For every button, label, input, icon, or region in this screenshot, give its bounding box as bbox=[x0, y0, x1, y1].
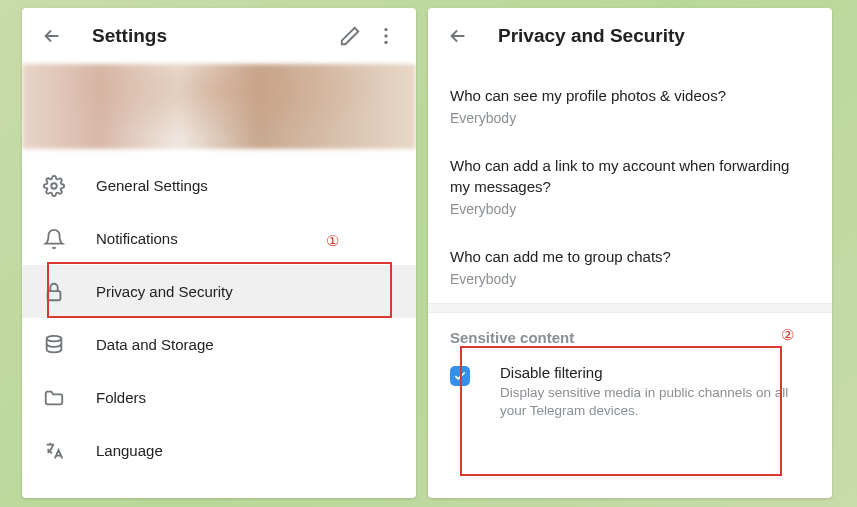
privacy-value: Everybody bbox=[450, 110, 810, 126]
check-description: Display sensitive media in public channe… bbox=[500, 384, 810, 420]
back-button[interactable] bbox=[34, 18, 70, 54]
svg-point-3 bbox=[51, 183, 57, 189]
menu-label: Folders bbox=[96, 389, 146, 406]
language-icon bbox=[42, 439, 66, 463]
section-divider bbox=[428, 303, 832, 313]
privacy-question: Who can add a link to my account when fo… bbox=[450, 156, 810, 197]
svg-point-0 bbox=[384, 28, 387, 31]
svg-rect-4 bbox=[48, 291, 61, 300]
menu-label: General Settings bbox=[96, 177, 208, 194]
database-icon bbox=[42, 333, 66, 357]
back-button[interactable] bbox=[440, 18, 476, 54]
check-label: Disable filtering bbox=[500, 364, 810, 381]
sidebar-item-data[interactable]: Data and Storage bbox=[22, 318, 416, 371]
sensitive-section-title: Sensitive content bbox=[428, 313, 832, 354]
sidebar-item-folders[interactable]: Folders bbox=[22, 371, 416, 424]
sidebar-item-general[interactable]: General Settings bbox=[22, 159, 416, 212]
privacy-title: Privacy and Security bbox=[498, 25, 820, 47]
privacy-item-forward-link[interactable]: Who can add a link to my account when fo… bbox=[428, 142, 832, 233]
check-icon bbox=[453, 369, 467, 383]
pencil-icon bbox=[339, 25, 361, 47]
disable-filtering-checkbox[interactable] bbox=[450, 366, 470, 386]
privacy-item-photos[interactable]: Who can see my profile photos & videos? … bbox=[428, 72, 832, 142]
more-vertical-icon bbox=[375, 25, 397, 47]
edit-button[interactable] bbox=[332, 18, 368, 54]
svg-point-2 bbox=[384, 41, 387, 44]
gear-icon bbox=[42, 174, 66, 198]
privacy-header: Privacy and Security bbox=[428, 8, 832, 64]
settings-menu: General Settings Notifications Privacy a… bbox=[22, 149, 416, 477]
settings-panel: Settings General Settings Notifications … bbox=[22, 8, 416, 498]
sidebar-item-privacy[interactable]: Privacy and Security bbox=[22, 265, 416, 318]
annotation-label-1: ① bbox=[326, 232, 339, 250]
privacy-question: Who can see my profile photos & videos? bbox=[450, 86, 810, 106]
settings-header: Settings bbox=[22, 8, 416, 64]
folder-icon bbox=[42, 386, 66, 410]
privacy-value: Everybody bbox=[450, 271, 810, 287]
arrow-left-icon bbox=[447, 25, 469, 47]
menu-label: Privacy and Security bbox=[96, 283, 233, 300]
lock-icon bbox=[42, 280, 66, 304]
bell-icon bbox=[42, 227, 66, 251]
more-button[interactable] bbox=[368, 18, 404, 54]
sidebar-item-notifications[interactable]: Notifications bbox=[22, 212, 416, 265]
svg-point-5 bbox=[47, 335, 62, 341]
privacy-value: Everybody bbox=[450, 201, 810, 217]
settings-title: Settings bbox=[92, 25, 332, 47]
annotation-label-2: ② bbox=[781, 326, 794, 344]
privacy-question: Who can add me to group chats? bbox=[450, 247, 810, 267]
profile-banner[interactable] bbox=[22, 64, 416, 149]
sidebar-item-language[interactable]: Language bbox=[22, 424, 416, 477]
arrow-left-icon bbox=[41, 25, 63, 47]
privacy-body: Who can see my profile photos & videos? … bbox=[428, 64, 832, 434]
svg-point-1 bbox=[384, 34, 387, 37]
menu-label: Data and Storage bbox=[96, 336, 214, 353]
menu-label: Language bbox=[96, 442, 163, 459]
menu-label: Notifications bbox=[96, 230, 178, 247]
disable-filtering-row[interactable]: Disable filtering Display sensitive medi… bbox=[428, 354, 832, 434]
privacy-item-groups[interactable]: Who can add me to group chats? Everybody bbox=[428, 233, 832, 303]
check-text: Disable filtering Display sensitive medi… bbox=[500, 364, 810, 420]
privacy-panel: Privacy and Security Who can see my prof… bbox=[428, 8, 832, 498]
